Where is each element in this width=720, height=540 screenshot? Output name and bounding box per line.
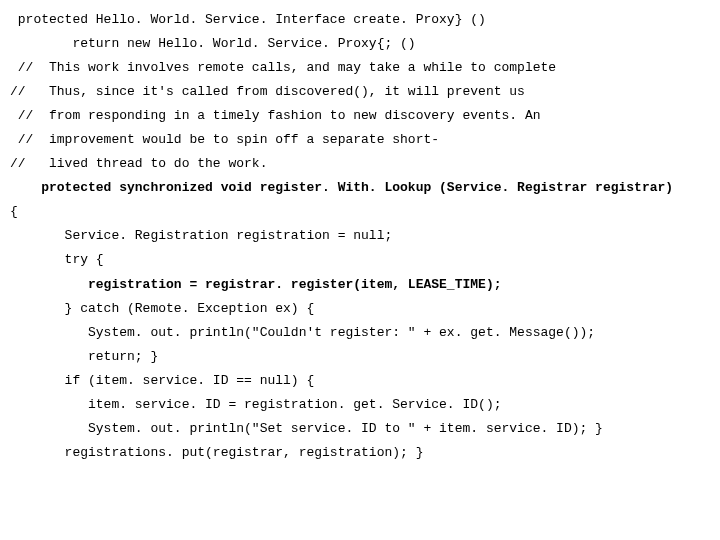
code-line: { [10, 200, 710, 224]
code-line: System. out. println("Set service. ID to… [10, 417, 710, 441]
code-line: protected Hello. World. Service. Interfa… [10, 8, 710, 32]
code-line: item. service. ID = registration. get. S… [10, 393, 710, 417]
code-line: return; } [10, 345, 710, 369]
code-line: if (item. service. ID == null) { [10, 369, 710, 393]
code-line: // Thus, since it's called from discover… [10, 80, 710, 104]
code-line: Service. Registration registration = nul… [10, 224, 710, 248]
code-line: // This work involves remote calls, and … [10, 56, 710, 80]
code-line-register-call: registration = registrar. register(item,… [10, 273, 710, 297]
code-line-signature: protected synchronized void register. Wi… [10, 176, 710, 200]
code-line: // improvement would be to spin off a se… [10, 128, 710, 152]
code-line: System. out. println("Couldn't register:… [10, 321, 710, 345]
code-line: try { [10, 248, 710, 272]
code-line: registrations. put(registrar, registrati… [10, 441, 710, 465]
code-line: return new Hello. World. Service. Proxy{… [10, 32, 710, 56]
code-line: // from responding in a timely fashion t… [10, 104, 710, 128]
code-line: } catch (Remote. Exception ex) { [10, 297, 710, 321]
code-line: // lived thread to do the work. [10, 152, 710, 176]
